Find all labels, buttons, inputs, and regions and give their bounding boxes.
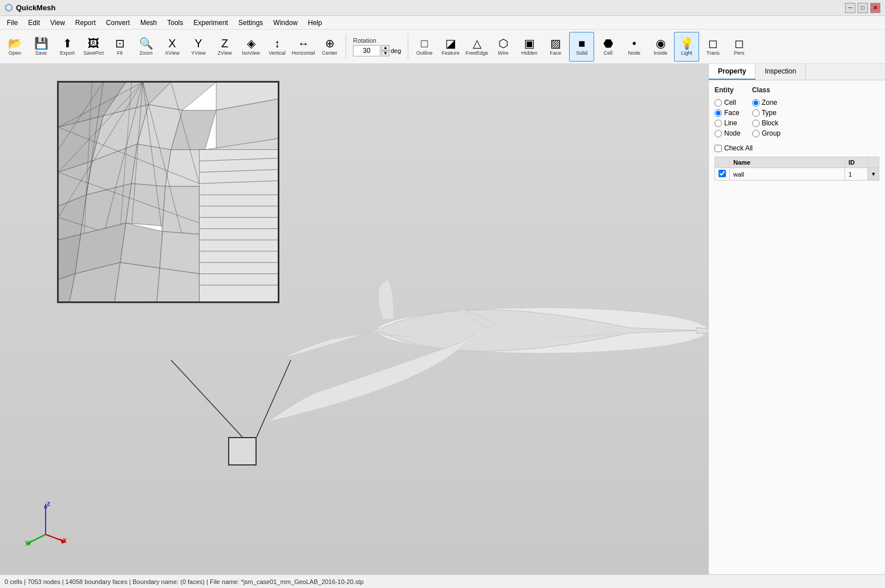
rotation-up-btn[interactable]: ▲ <box>381 45 389 51</box>
entity-line-radio[interactable] <box>715 120 722 127</box>
toolbar-btn-export[interactable]: ⬆Export <box>55 32 80 62</box>
class-zone-radio[interactable] <box>752 99 760 107</box>
title-bar-controls[interactable]: ─ □ ✕ <box>845 3 880 13</box>
view-btn-face[interactable]: ▨Face <box>543 32 568 62</box>
view-btn-cell[interactable]: ⬣Cell <box>595 32 620 62</box>
class-type-radio[interactable] <box>752 109 760 117</box>
view-btn-pers[interactable]: ◻Pers <box>726 32 752 62</box>
toolbar-btn-save[interactable]: 💾Save <box>29 32 54 62</box>
maximize-button[interactable]: □ <box>858 3 868 13</box>
toolbar-btn-zview[interactable]: ZZView <box>212 32 237 62</box>
toolbar-btn-vertical[interactable]: ↕Vertical <box>265 32 290 62</box>
toolbar-btn-yview[interactable]: YYView <box>186 32 211 62</box>
zoom-icon: 🔍 <box>139 38 153 49</box>
zoom-selection-box <box>228 437 257 466</box>
svg-marker-58 <box>157 268 199 302</box>
light-icon: 💡 <box>680 38 694 49</box>
zoom-inset-svg <box>58 82 278 302</box>
entity-face-option[interactable]: Face <box>715 109 741 117</box>
toolbar-btn-center[interactable]: ⊕Center <box>317 32 342 62</box>
class-type-option[interactable]: Type <box>752 109 781 117</box>
menu-item-file[interactable]: File <box>2 18 22 28</box>
menu-item-view[interactable]: View <box>46 18 70 28</box>
entity-node-option[interactable]: Node <box>715 129 741 137</box>
face-icon: ▨ <box>550 38 561 49</box>
class-zone-option[interactable]: Zone <box>752 99 781 107</box>
toolbar-btn-xview[interactable]: XXView <box>160 32 185 62</box>
axis-indicator: z y x <box>23 500 68 546</box>
right-panel: PropertyInspection Entity Cell Face <box>708 64 885 574</box>
view-btn-outline[interactable]: □Outline <box>412 32 437 62</box>
toolbar-btn-isoview[interactable]: ◈IsoView <box>238 32 263 62</box>
entity-node-radio[interactable] <box>715 130 722 137</box>
menu-item-edit[interactable]: Edit <box>23 18 44 28</box>
rotation-unit-label: deg <box>391 47 401 54</box>
inside-icon: ◉ <box>656 38 665 49</box>
minimize-button[interactable]: ─ <box>845 3 855 13</box>
menu-item-convert[interactable]: Convert <box>102 18 135 28</box>
save-icon: 💾 <box>34 38 48 49</box>
view-btn-wire[interactable]: ⬡Wire <box>490 32 515 62</box>
x-axis-label: x <box>63 536 67 544</box>
toolbar-btn-horizontal[interactable]: ↔Horizontal <box>291 32 316 62</box>
toolbar-btn-savepict[interactable]: 🖼SavePict <box>81 32 106 62</box>
menu-item-tools[interactable]: Tools <box>163 18 188 28</box>
view-btn-freeedge[interactable]: △FreeEdge <box>464 32 489 62</box>
export-icon: ⬆ <box>63 38 72 49</box>
outline-icon: □ <box>421 38 428 49</box>
menu-bar: FileEditViewReportConvertMeshToolsExperi… <box>0 16 885 30</box>
th-id: ID <box>845 157 868 168</box>
check-all-row[interactable]: Check All <box>715 144 879 152</box>
viewport[interactable]: z y x <box>0 64 708 574</box>
panel-tab-inspection[interactable]: Inspection <box>756 64 806 80</box>
row-check-cell[interactable] <box>715 168 730 181</box>
check-all-checkbox[interactable] <box>715 145 722 152</box>
toolbar-btn-zoom[interactable]: 🔍Zoom <box>133 32 159 62</box>
view-btn-node[interactable]: •Node <box>622 32 647 62</box>
toolbar-btn-open[interactable]: 📂Open <box>2 32 27 62</box>
app-logo: ⬡ <box>5 2 13 13</box>
view-btn-hidden[interactable]: ▣Hidden <box>517 32 542 62</box>
rotation-spinners[interactable]: ▲ ▼ <box>381 45 389 56</box>
view-btn-trans[interactable]: ◻Trans <box>700 32 725 62</box>
zoom-inset <box>57 81 279 303</box>
axis-svg: z y x <box>23 500 68 546</box>
row-action-cell[interactable]: ▾ <box>868 168 879 181</box>
class-block-radio[interactable] <box>752 120 760 127</box>
menu-item-help[interactable]: Help <box>303 18 327 28</box>
check-all-label[interactable]: Check All <box>724 144 753 152</box>
row-checkbox-0[interactable] <box>718 170 726 177</box>
rotation-group: Rotation ▲ ▼ deg <box>353 37 401 56</box>
class-block-option[interactable]: Block <box>752 119 781 127</box>
view-btn-feature[interactable]: ◪Feature <box>438 32 463 62</box>
view-btn-solid[interactable]: ■Solid <box>569 32 594 62</box>
class-group-radio[interactable] <box>752 130 760 137</box>
entity-cell-option[interactable]: Cell <box>715 99 741 107</box>
class-column: Class Zone Type Block G <box>752 86 781 137</box>
svg-marker-16 <box>165 150 205 186</box>
rotation-down-btn[interactable]: ▼ <box>381 51 389 56</box>
entity-cell-radio[interactable] <box>715 99 722 107</box>
menu-item-report[interactable]: Report <box>71 18 100 28</box>
close-button[interactable]: ✕ <box>870 3 880 13</box>
horizontal-icon: ↔ <box>298 38 309 49</box>
freeedge-icon: △ <box>473 38 481 49</box>
menu-item-mesh[interactable]: Mesh <box>136 18 161 28</box>
status-text: 0 cells | 7053 nodes | 14058 boundary fa… <box>5 578 364 585</box>
entity-class-section: Entity Cell Face Line N <box>715 86 879 137</box>
svg-marker-54 <box>160 231 199 273</box>
view-btn-inside[interactable]: ◉Inside <box>648 32 673 62</box>
view-btn-light[interactable]: 💡Light <box>674 32 699 62</box>
class-group-option[interactable]: Group <box>752 129 781 137</box>
menu-item-window[interactable]: Window <box>269 18 302 28</box>
entity-line-option[interactable]: Line <box>715 119 741 127</box>
panel-tab-property[interactable]: Property <box>709 64 756 80</box>
menu-item-experiment[interactable]: Experiment <box>189 18 233 28</box>
entity-face-radio[interactable] <box>715 109 722 117</box>
th-action <box>868 157 879 168</box>
menu-item-settings[interactable]: Settings <box>234 18 267 28</box>
rotation-label: Rotation <box>353 37 376 44</box>
rotation-input[interactable] <box>353 45 380 56</box>
node-icon: • <box>632 38 636 49</box>
toolbar-btn-fit[interactable]: ⊡Fit <box>107 32 132 62</box>
